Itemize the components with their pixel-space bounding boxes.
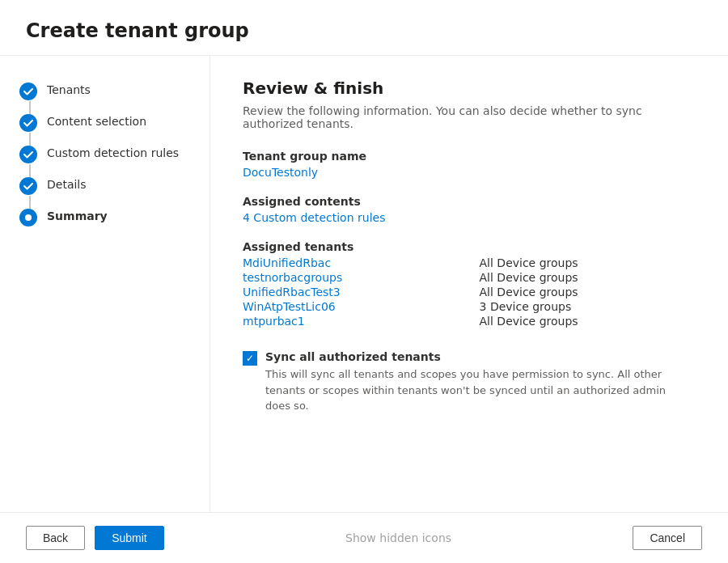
page-header: Create tenant group: [0, 0, 728, 56]
step-list: Tenants Content selection: [0, 75, 210, 233]
sidebar-item-custom-detection-rules[interactable]: Custom detection rules: [0, 138, 210, 170]
step-icon-details: [19, 177, 37, 195]
step-label-custom-detection: Custom detection rules: [47, 145, 179, 159]
assigned-contents-label: Assigned contents: [243, 195, 696, 208]
show-hidden-icons-label: Show hidden icons: [345, 531, 451, 544]
sidebar-item-content-selection[interactable]: Content selection: [0, 107, 210, 138]
cancel-button[interactable]: Cancel: [633, 526, 702, 550]
show-hidden-area: Show hidden icons: [174, 531, 624, 544]
assigned-tenants-block: Assigned tenants MdiUnifiedRbacAll Devic…: [243, 240, 696, 328]
tenant-group-name-link[interactable]: DocuTestonly: [243, 166, 318, 179]
tenant-name-link[interactable]: mtpurbac1: [243, 315, 460, 328]
tenant-groups: 3 Device groups: [480, 300, 696, 313]
tenant-groups: All Device groups: [480, 256, 696, 269]
tenant-name-link[interactable]: WinAtpTestLic06: [243, 300, 460, 313]
submit-button[interactable]: Submit: [95, 526, 164, 550]
sidebar: Tenants Content selection: [0, 56, 210, 512]
assigned-contents-link[interactable]: 4 Custom detection rules: [243, 211, 385, 224]
step-icon-summary: [19, 209, 37, 226]
checkmark-icon: ✓: [246, 353, 254, 363]
step-icon-content-selection: [19, 114, 37, 132]
step-label-details: Details: [47, 176, 87, 191]
tenant-name-link[interactable]: UnifiedRbacTest3: [243, 286, 460, 298]
tenant-groups: All Device groups: [480, 286, 696, 298]
tenant-groups: All Device groups: [480, 315, 696, 328]
tenant-group-name-label: Tenant group name: [243, 150, 696, 163]
assigned-contents-block: Assigned contents 4 Custom detection rul…: [243, 195, 696, 224]
step-label-summary: Summary: [47, 208, 108, 222]
step-label-content-selection: Content selection: [47, 113, 146, 128]
tenant-group-name-block: Tenant group name DocuTestonly: [243, 150, 696, 179]
assigned-tenants-label: Assigned tenants: [243, 240, 696, 253]
sync-desc: This will sync all tenants and scopes yo…: [265, 366, 670, 414]
step-icon-tenants: [19, 83, 37, 100]
main-content: Tenants Content selection: [0, 56, 728, 512]
sync-section: ✓ Sync all authorized tenants This will …: [243, 350, 696, 414]
sidebar-item-tenants[interactable]: Tenants: [0, 75, 210, 107]
page-wrapper: Create tenant group Tenants: [0, 0, 728, 563]
sync-label: Sync all authorized tenants: [265, 350, 670, 363]
tenant-groups: All Device groups: [480, 271, 696, 284]
sidebar-item-summary[interactable]: Summary: [0, 201, 210, 233]
svg-point-0: [25, 214, 32, 221]
page-title: Create tenant group: [26, 19, 702, 42]
sync-checkbox[interactable]: ✓: [243, 351, 257, 366]
sidebar-item-details[interactable]: Details: [0, 170, 210, 201]
main-panel: Review & finish Review the following inf…: [210, 56, 728, 512]
tenant-name-link[interactable]: testnorbacgroups: [243, 271, 460, 284]
footer: Back Submit Show hidden icons Cancel: [0, 512, 728, 563]
sync-text-block: Sync all authorized tenants This will sy…: [265, 350, 670, 414]
step-label-tenants: Tenants: [47, 82, 91, 96]
review-title: Review & finish: [243, 78, 696, 98]
tenants-grid: MdiUnifiedRbacAll Device groupstestnorba…: [243, 256, 696, 328]
step-icon-custom-detection: [19, 146, 37, 163]
back-button[interactable]: Back: [26, 526, 85, 550]
tenant-name-link[interactable]: MdiUnifiedRbac: [243, 256, 460, 269]
review-desc: Review the following information. You ca…: [243, 104, 696, 130]
